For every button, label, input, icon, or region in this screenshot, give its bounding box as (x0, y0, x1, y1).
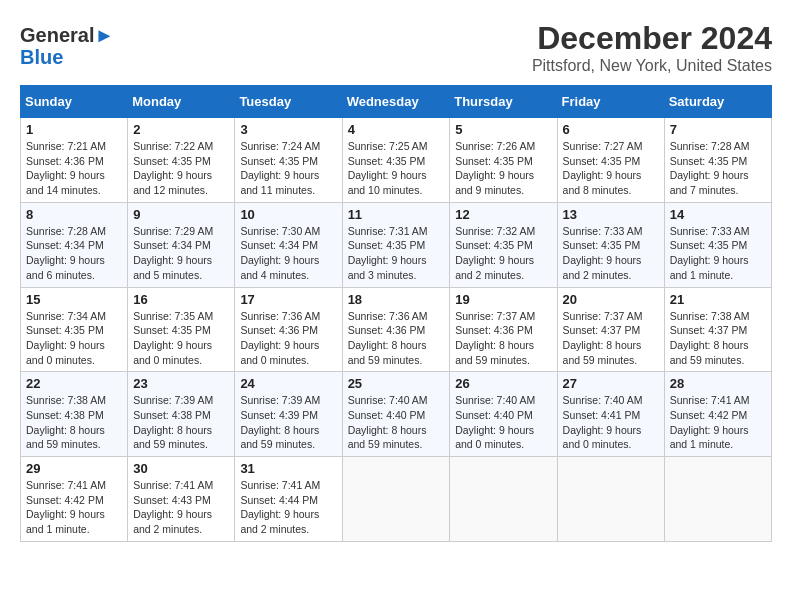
day-2: 2 Sunrise: 7:22 AMSunset: 4:35 PMDayligh… (128, 118, 235, 203)
calendar-row: 15 Sunrise: 7:34 AMSunset: 4:35 PMDaylig… (21, 287, 772, 372)
day-5: 5 Sunrise: 7:26 AMSunset: 4:35 PMDayligh… (450, 118, 557, 203)
day-31: 31 Sunrise: 7:41 AMSunset: 4:44 PMDaylig… (235, 457, 342, 542)
day-14: 14 Sunrise: 7:33 AMSunset: 4:35 PMDaylig… (664, 202, 771, 287)
header-monday: Monday (128, 86, 235, 118)
day-21: 21 Sunrise: 7:38 AMSunset: 4:37 PMDaylig… (664, 287, 771, 372)
calendar-table: Sunday Monday Tuesday Wednesday Thursday… (20, 85, 772, 542)
page-subtitle: Pittsford, New York, United States (20, 57, 772, 75)
day-13: 13 Sunrise: 7:33 AMSunset: 4:35 PMDaylig… (557, 202, 664, 287)
header-thursday: Thursday (450, 86, 557, 118)
page-title: December 2024 (20, 20, 772, 57)
calendar-row: 1 Sunrise: 7:21 AMSunset: 4:36 PMDayligh… (21, 118, 772, 203)
day-25: 25 Sunrise: 7:40 AMSunset: 4:40 PMDaylig… (342, 372, 450, 457)
header-sunday: Sunday (21, 86, 128, 118)
day-8: 8 Sunrise: 7:28 AMSunset: 4:34 PMDayligh… (21, 202, 128, 287)
empty-day (664, 457, 771, 542)
day-27: 27 Sunrise: 7:40 AMSunset: 4:41 PMDaylig… (557, 372, 664, 457)
day-16: 16 Sunrise: 7:35 AMSunset: 4:35 PMDaylig… (128, 287, 235, 372)
day-26: 26 Sunrise: 7:40 AMSunset: 4:40 PMDaylig… (450, 372, 557, 457)
day-10: 10 Sunrise: 7:30 AMSunset: 4:34 PMDaylig… (235, 202, 342, 287)
empty-day (342, 457, 450, 542)
day-23: 23 Sunrise: 7:39 AMSunset: 4:38 PMDaylig… (128, 372, 235, 457)
day-1: 1 Sunrise: 7:21 AMSunset: 4:36 PMDayligh… (21, 118, 128, 203)
calendar-row: 22 Sunrise: 7:38 AMSunset: 4:38 PMDaylig… (21, 372, 772, 457)
header-wednesday: Wednesday (342, 86, 450, 118)
day-19: 19 Sunrise: 7:37 AMSunset: 4:36 PMDaylig… (450, 287, 557, 372)
header: December 2024 Pittsford, New York, Unite… (20, 20, 772, 75)
day-18: 18 Sunrise: 7:36 AMSunset: 4:36 PMDaylig… (342, 287, 450, 372)
day-4: 4 Sunrise: 7:25 AMSunset: 4:35 PMDayligh… (342, 118, 450, 203)
empty-day (557, 457, 664, 542)
day-24: 24 Sunrise: 7:39 AMSunset: 4:39 PMDaylig… (235, 372, 342, 457)
day-29: 29 Sunrise: 7:41 AMSunset: 4:42 PMDaylig… (21, 457, 128, 542)
day-15: 15 Sunrise: 7:34 AMSunset: 4:35 PMDaylig… (21, 287, 128, 372)
header-saturday: Saturday (664, 86, 771, 118)
header-friday: Friday (557, 86, 664, 118)
day-3: 3 Sunrise: 7:24 AMSunset: 4:35 PMDayligh… (235, 118, 342, 203)
header-tuesday: Tuesday (235, 86, 342, 118)
day-11: 11 Sunrise: 7:31 AMSunset: 4:35 PMDaylig… (342, 202, 450, 287)
day-9: 9 Sunrise: 7:29 AMSunset: 4:34 PMDayligh… (128, 202, 235, 287)
calendar-row: 29 Sunrise: 7:41 AMSunset: 4:42 PMDaylig… (21, 457, 772, 542)
day-28: 28 Sunrise: 7:41 AMSunset: 4:42 PMDaylig… (664, 372, 771, 457)
logo: General► Blue (20, 24, 114, 68)
day-12: 12 Sunrise: 7:32 AMSunset: 4:35 PMDaylig… (450, 202, 557, 287)
day-6: 6 Sunrise: 7:27 AMSunset: 4:35 PMDayligh… (557, 118, 664, 203)
day-20: 20 Sunrise: 7:37 AMSunset: 4:37 PMDaylig… (557, 287, 664, 372)
day-22: 22 Sunrise: 7:38 AMSunset: 4:38 PMDaylig… (21, 372, 128, 457)
day-7: 7 Sunrise: 7:28 AMSunset: 4:35 PMDayligh… (664, 118, 771, 203)
day-17: 17 Sunrise: 7:36 AMSunset: 4:36 PMDaylig… (235, 287, 342, 372)
empty-day (450, 457, 557, 542)
calendar-row: 8 Sunrise: 7:28 AMSunset: 4:34 PMDayligh… (21, 202, 772, 287)
day-30: 30 Sunrise: 7:41 AMSunset: 4:43 PMDaylig… (128, 457, 235, 542)
